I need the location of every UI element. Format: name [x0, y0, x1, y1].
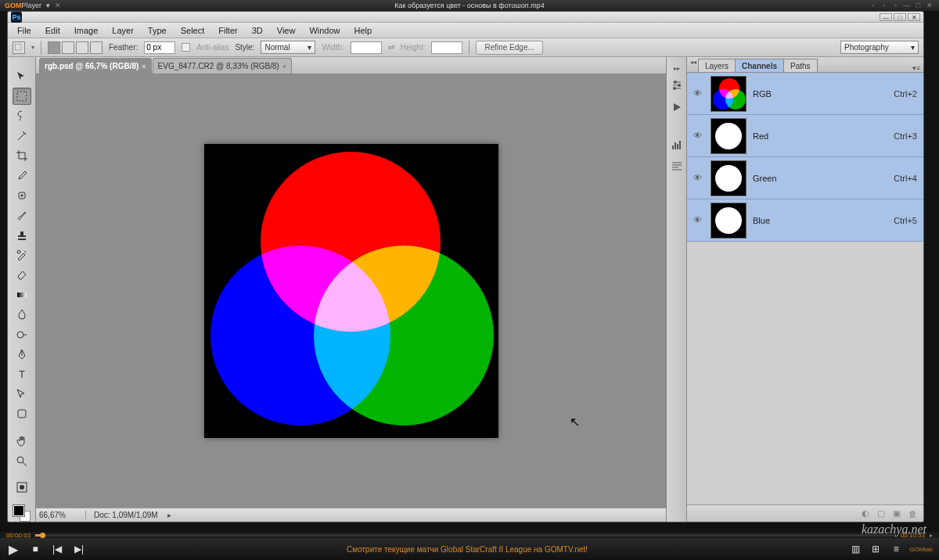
path-tool[interactable] — [13, 386, 31, 402]
visibility-icon[interactable]: 👁 — [693, 173, 704, 184]
canvas[interactable]: ↖ — [36, 74, 666, 508]
menu-window[interactable]: Window — [303, 24, 346, 37]
gom-icon-3[interactable]: ≡ — [889, 544, 903, 555]
adjustments-icon[interactable] — [669, 77, 685, 93]
channel-red[interactable]: 👁 Red Ctrl+3 — [687, 115, 923, 157]
ps-maximize[interactable]: □ — [894, 13, 906, 21]
close-icon[interactable]: × — [142, 63, 146, 70]
blur-tool[interactable] — [13, 307, 31, 323]
stop-button[interactable]: ■ — [28, 544, 42, 555]
collapse-icon[interactable]: ◂◂ — [690, 59, 696, 66]
zoom-tool[interactable] — [13, 453, 31, 469]
selection-mode-icons[interactable] — [48, 41, 103, 54]
channel-shortcut: Ctrl+3 — [894, 131, 917, 141]
tool-preset-icon[interactable] — [13, 41, 25, 54]
seek-track[interactable] — [35, 534, 896, 537]
doc-tab-1[interactable]: rgb.psd @ 66,7% (RGB/8)× — [39, 58, 152, 74]
channel-blue[interactable]: 👁 Blue Ctrl+5 — [687, 199, 923, 242]
marquee-tool[interactable] — [13, 88, 31, 104]
crop-tool[interactable] — [13, 148, 31, 164]
gom-x-icon[interactable]: ✕ — [55, 2, 61, 9]
visibility-icon[interactable]: 👁 — [693, 215, 704, 226]
selection-new-icon[interactable] — [48, 41, 60, 54]
tab-paths[interactable]: Paths — [783, 59, 818, 72]
gom-btn-3[interactable]: ▫ — [890, 2, 900, 9]
menu-file[interactable]: File — [11, 24, 38, 37]
doc-size: Doc: 1,09M/1,09M — [94, 511, 158, 519]
menu-type[interactable]: Type — [142, 24, 173, 37]
shape-tool[interactable] — [13, 405, 31, 422]
menu-image[interactable]: Image — [68, 24, 105, 37]
prev-button[interactable]: |◀ — [50, 544, 64, 555]
hand-tool[interactable] — [13, 433, 31, 450]
gom-icon-2[interactable]: ⊞ — [869, 544, 883, 555]
menu-3d[interactable]: 3D — [246, 24, 269, 37]
panel-menu-icon[interactable]: ▾≡ — [912, 64, 920, 72]
new-channel-icon[interactable]: ▣ — [893, 508, 901, 519]
refine-edge-button[interactable]: Refine Edge... — [476, 41, 542, 55]
tab-layers[interactable]: Layers — [698, 59, 736, 72]
selection-intersect-icon[interactable] — [90, 41, 103, 54]
stamp-tool[interactable] — [13, 227, 31, 243]
menu-help[interactable]: Help — [348, 24, 379, 37]
gom-minimize[interactable]: — — [902, 2, 912, 9]
status-arrow-icon[interactable]: ▸ — [167, 511, 171, 519]
channel-rgb[interactable]: 👁 RGB Ctrl+2 — [687, 73, 923, 115]
mask-mode-icon[interactable] — [13, 479, 31, 495]
lasso-tool[interactable] — [13, 108, 31, 124]
play-icon[interactable] — [669, 99, 685, 115]
menu-filter[interactable]: Filter — [212, 24, 243, 37]
tab-channels[interactable]: Channels — [735, 59, 784, 72]
ps-minimize[interactable]: — — [880, 13, 892, 21]
gom-icon-1[interactable]: ▥ — [848, 544, 862, 555]
wand-tool[interactable] — [13, 127, 31, 144]
gom-close[interactable]: ✕ — [925, 2, 934, 9]
eyedropper-tool[interactable] — [13, 167, 31, 184]
ps-close[interactable]: ✕ — [908, 13, 920, 21]
visibility-icon[interactable]: 👁 — [693, 88, 704, 99]
dodge-tool[interactable] — [13, 326, 31, 343]
gom-brand-small: GOMlab — [909, 546, 933, 553]
svg-rect-4 — [17, 293, 27, 297]
doc-tab-2[interactable]: EVG_8477.CR2 @ 8,33% (RGB/8)× — [153, 58, 293, 74]
selection-subtract-icon[interactable] — [76, 41, 88, 54]
style-label: Style: — [235, 43, 254, 52]
gradient-tool[interactable] — [13, 286, 31, 303]
save-selection-icon[interactable]: ◐ — [862, 508, 869, 519]
healing-tool[interactable] — [13, 187, 31, 203]
channel-thumb — [711, 118, 747, 154]
delete-icon[interactable]: 🗑 — [908, 509, 917, 519]
channel-green[interactable]: 👁 Green Ctrl+4 — [687, 157, 923, 199]
next-button[interactable]: ▶| — [72, 544, 86, 555]
svg-rect-0 — [16, 44, 22, 50]
style-select[interactable]: Normal▾ — [261, 41, 315, 54]
type-tool[interactable]: T — [13, 366, 31, 382]
paragraph-icon[interactable] — [669, 159, 685, 174]
menu-layer[interactable]: Layer — [106, 24, 140, 37]
visibility-icon[interactable]: 👁 — [693, 131, 704, 142]
selection-add-icon[interactable] — [62, 41, 74, 54]
gom-maximize[interactable]: □ — [913, 2, 923, 9]
menu-edit[interactable]: Edit — [39, 24, 67, 37]
foreground-color[interactable] — [13, 505, 24, 516]
mask-icon[interactable]: ▢ — [877, 508, 885, 519]
menu-select[interactable]: Select — [174, 24, 211, 37]
close-icon[interactable]: × — [282, 63, 286, 70]
pen-tool[interactable] — [13, 346, 31, 362]
gom-btn-2[interactable]: ▫ — [880, 2, 889, 9]
zoom-value[interactable]: 66,67% — [39, 511, 86, 519]
feather-input[interactable] — [144, 41, 175, 54]
menu-view[interactable]: View — [271, 24, 302, 37]
collapse-icon[interactable]: ▸▸ — [667, 65, 686, 71]
gom-btn-1[interactable]: ▫ — [868, 2, 877, 9]
seek-thumb[interactable] — [40, 533, 45, 538]
color-swatches[interactable] — [13, 505, 31, 522]
brush-tool[interactable] — [13, 207, 31, 224]
eraser-tool[interactable] — [13, 267, 31, 283]
history-brush-tool[interactable] — [13, 246, 31, 263]
gom-dropdown-icon[interactable]: ▾ — [46, 2, 50, 9]
workspace-select[interactable]: Photography▾ — [840, 41, 919, 54]
histogram-icon[interactable] — [669, 137, 685, 153]
play-button[interactable]: ▶ — [6, 542, 20, 557]
move-tool[interactable] — [13, 68, 31, 84]
